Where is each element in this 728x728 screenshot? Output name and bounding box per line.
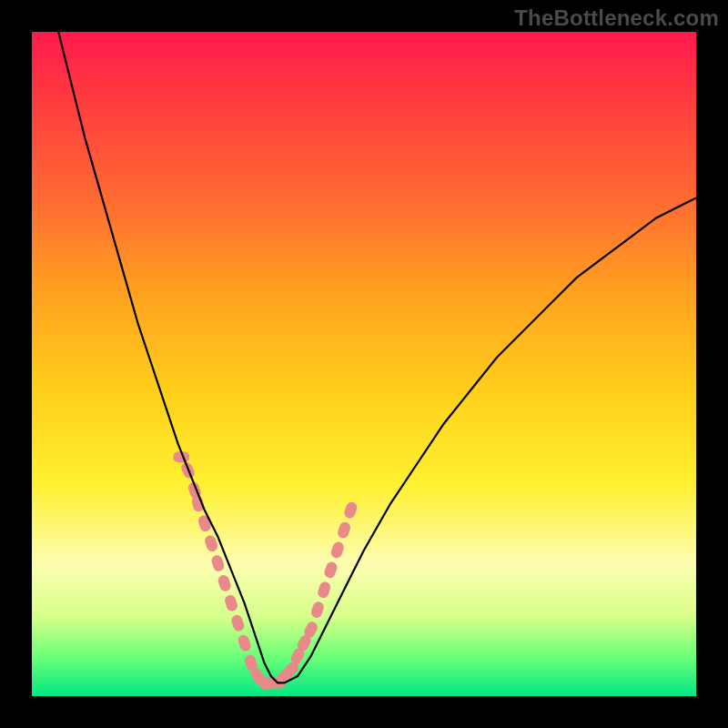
bead-marker xyxy=(197,514,212,533)
marker-beads xyxy=(173,451,359,693)
watermark-text: TheBottleneck.com xyxy=(514,5,719,31)
bead-marker xyxy=(217,573,232,592)
bead-marker xyxy=(204,534,219,553)
bead-marker xyxy=(329,541,345,560)
bead-marker xyxy=(237,633,252,652)
bead-marker xyxy=(323,561,339,580)
bead-marker xyxy=(317,581,332,600)
chart-frame: TheBottleneck.com xyxy=(0,0,728,728)
chart-plot-area xyxy=(32,32,696,696)
bead-marker xyxy=(210,554,226,573)
chart-svg xyxy=(32,32,696,696)
bead-marker xyxy=(230,613,246,632)
curve-line xyxy=(58,32,696,682)
bead-marker xyxy=(309,601,325,620)
bead-marker xyxy=(343,500,359,520)
bead-marker xyxy=(337,521,352,540)
bead-marker xyxy=(223,593,238,612)
